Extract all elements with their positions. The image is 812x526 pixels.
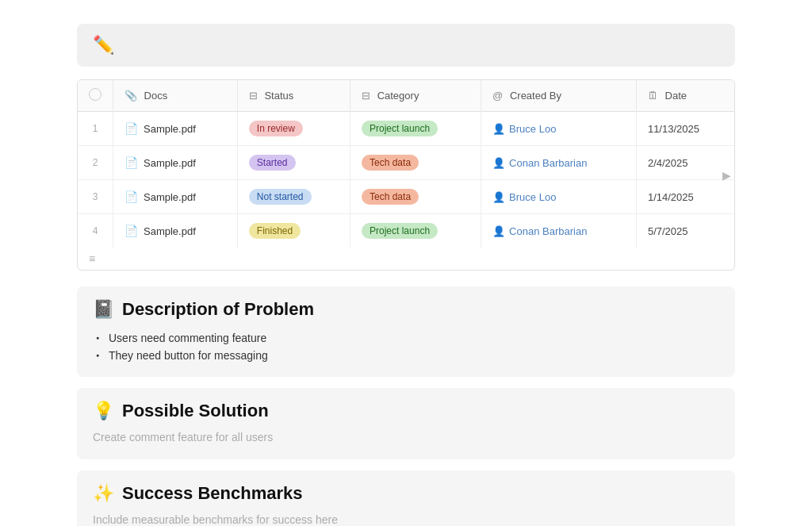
category-badge[interactable]: Project launch bbox=[362, 223, 438, 239]
creator-cell: 👤 Conan Barbarian bbox=[481, 214, 637, 248]
title-icon: ✏️ bbox=[93, 35, 114, 56]
header-check-circle[interactable] bbox=[89, 88, 102, 101]
row-number: 2 bbox=[78, 146, 113, 180]
section-title: 💡 Possible Solution bbox=[93, 401, 719, 421]
section-heading: Description of Problem bbox=[122, 299, 314, 320]
sections-container: 📓 Description of Problem Users need comm… bbox=[77, 286, 735, 526]
section-title: ✨ Success Benchmarks bbox=[93, 483, 719, 504]
creator-cell: 👤 Bruce Loo bbox=[481, 180, 637, 214]
table-add-row-icon[interactable]: ≡ bbox=[78, 248, 734, 270]
doc-icon: 📄 bbox=[124, 225, 138, 237]
table-body: 1 📄 Sample.pdf In review Project launch … bbox=[78, 112, 734, 248]
table-row[interactable]: 3 📄 Sample.pdf Not started Tech data 👤 B… bbox=[78, 180, 734, 214]
table-row[interactable]: 4 📄 Sample.pdf Finished Project launch 👤… bbox=[78, 214, 734, 248]
row-number: 4 bbox=[78, 214, 113, 248]
table-header-row: 📎 Docs ⊟ Status ⊟ Category @ Created By bbox=[78, 80, 734, 112]
user-icon: 👤 bbox=[492, 123, 505, 135]
table-header-created-by[interactable]: @ Created By bbox=[481, 80, 637, 112]
creator-cell: 👤 Bruce Loo bbox=[481, 112, 637, 146]
row-number: 1 bbox=[78, 112, 113, 146]
table-row[interactable]: 2 📄 Sample.pdf Started Tech data 👤 Conan… bbox=[78, 146, 734, 180]
table-header-date[interactable]: 🗓 Date bbox=[636, 80, 734, 112]
section-list: Users need commenting featureThey need b… bbox=[93, 329, 719, 364]
section-heading: Success Benchmarks bbox=[122, 483, 302, 504]
doc-icon: 📄 bbox=[124, 190, 138, 203]
section-title: 📓 Description of Problem bbox=[93, 299, 719, 320]
category-col-icon: ⊟ bbox=[362, 90, 370, 102]
status-badge[interactable]: In review bbox=[249, 121, 303, 136]
list-item: Users need commenting feature bbox=[93, 329, 719, 347]
docs-col-icon: 📎 bbox=[124, 90, 137, 102]
creator-cell: 👤 Conan Barbarian bbox=[481, 146, 637, 180]
category-cell: Project launch bbox=[350, 112, 481, 146]
status-cell: Started bbox=[237, 146, 350, 180]
row-number: 3 bbox=[78, 180, 113, 214]
section-problem: 📓 Description of Problem Users need comm… bbox=[77, 286, 735, 377]
category-cell: Project launch bbox=[350, 214, 481, 248]
user-icon: 👤 bbox=[492, 157, 505, 169]
category-cell: Tech data bbox=[350, 180, 481, 214]
category-badge[interactable]: Tech data bbox=[362, 189, 419, 205]
section-emoji: 💡 bbox=[93, 401, 114, 421]
doc-name: Sample.pdf bbox=[144, 191, 196, 203]
table-header-docs[interactable]: 📎 Docs bbox=[113, 80, 238, 112]
section-emoji: ✨ bbox=[93, 483, 114, 504]
docs-table: 📎 Docs ⊟ Status ⊟ Category @ Created By bbox=[78, 80, 734, 248]
doc-icon: 📄 bbox=[124, 122, 138, 135]
date-cell: 2/4/2025 bbox=[636, 146, 734, 180]
date-cell: 11/13/2025 bbox=[636, 112, 734, 146]
status-badge[interactable]: Not started bbox=[249, 189, 312, 205]
status-cell: Not started bbox=[237, 180, 350, 214]
doc-name: Sample.pdf bbox=[144, 157, 196, 169]
section-placeholder: Create comment feature for all users bbox=[93, 431, 719, 443]
table-header-status[interactable]: ⊟ Status bbox=[237, 80, 350, 112]
table-row[interactable]: 1 📄 Sample.pdf In review Project launch … bbox=[78, 112, 734, 146]
table-header-checkbox bbox=[78, 80, 113, 112]
doc-icon: 📄 bbox=[124, 156, 138, 169]
doc-cell: 📄 Sample.pdf bbox=[113, 180, 238, 214]
table-scroll-right-icon: ▶ bbox=[722, 169, 731, 182]
status-badge[interactable]: Started bbox=[249, 155, 296, 171]
doc-name: Sample.pdf bbox=[144, 225, 196, 237]
category-badge[interactable]: Project launch bbox=[362, 121, 438, 136]
category-cell: Tech data bbox=[350, 146, 481, 180]
list-item: They need button for messaging bbox=[93, 347, 719, 364]
date-cell: 5/7/2025 bbox=[636, 214, 734, 248]
creator-name: Conan Barbarian bbox=[509, 157, 587, 169]
section-solution: 💡 Possible Solution Create comment featu… bbox=[77, 388, 735, 459]
created-by-col-icon: @ bbox=[492, 90, 503, 102]
date-col-icon: 🗓 bbox=[648, 90, 658, 102]
status-col-icon: ⊟ bbox=[249, 90, 258, 102]
doc-cell: 📄 Sample.pdf bbox=[113, 214, 238, 248]
doc-cell: 📄 Sample.pdf bbox=[113, 146, 238, 180]
section-heading: Possible Solution bbox=[122, 401, 269, 421]
section-emoji: 📓 bbox=[93, 299, 114, 320]
creator-name: Conan Barbarian bbox=[509, 225, 587, 237]
status-cell: Finished bbox=[237, 214, 350, 248]
creator-name: Bruce Loo bbox=[509, 191, 556, 203]
docs-table-wrapper: 📎 Docs ⊟ Status ⊟ Category @ Created By bbox=[77, 79, 735, 271]
table-header-category[interactable]: ⊟ Category bbox=[350, 80, 481, 112]
section-benchmarks: ✨ Success Benchmarks Include measurable … bbox=[77, 470, 735, 526]
page-title-block: ✏️ bbox=[77, 24, 735, 67]
page-container: ✏️ 📎 Docs ⊟ Status bbox=[61, 16, 751, 526]
status-badge[interactable]: Finished bbox=[249, 223, 301, 239]
status-cell: In review bbox=[237, 112, 350, 146]
date-cell: 1/14/2025 bbox=[636, 180, 734, 214]
user-icon: 👤 bbox=[492, 225, 505, 237]
section-placeholder: Include measurable benchmarks for succes… bbox=[93, 513, 719, 526]
doc-name: Sample.pdf bbox=[144, 123, 196, 135]
user-icon: 👤 bbox=[492, 191, 505, 203]
category-badge[interactable]: Tech data bbox=[362, 155, 419, 171]
creator-name: Bruce Loo bbox=[509, 123, 556, 135]
doc-cell: 📄 Sample.pdf bbox=[113, 112, 238, 146]
